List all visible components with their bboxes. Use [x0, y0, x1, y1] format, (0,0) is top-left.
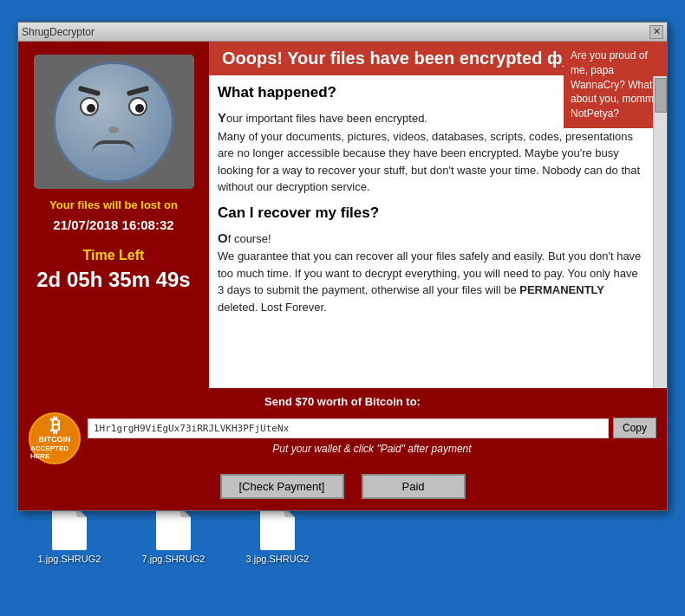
loss-date: 21/07/2018 16:08:32 — [53, 217, 173, 232]
right-panel: Ooops! Your files have been encrypted ф_… — [209, 42, 667, 388]
bitcoin-address-display: 1Hr1grgH9ViEgUx73iRRJLVKH3PFjUteNx — [88, 418, 609, 438]
close-button[interactable]: ✕ — [649, 25, 663, 39]
file-icon-1jpg[interactable]: 1.jpg.SHRUG2 — [35, 507, 104, 564]
side-note-text: Are you proud of me, papa WannaCry? What… — [571, 49, 660, 120]
action-buttons-row: [Check Payment] Paid — [29, 470, 656, 503]
bitcoin-label: BITCOIN — [39, 435, 71, 444]
mouth — [92, 140, 135, 153]
section2-body: Of course! We guarantee that you can rec… — [218, 229, 645, 316]
file-label-1jpg: 1.jpg.SHRUG2 — [38, 554, 101, 564]
bitcoin-symbol-icon: ₿ — [50, 416, 60, 435]
scrollbar-thumb[interactable] — [655, 78, 667, 113]
section2-title: Can I recover my files? — [218, 204, 645, 222]
copy-button[interactable]: Copy — [613, 418, 656, 438]
wallet-instruction-text: Put your wallet & click "Paid" after pay… — [88, 443, 656, 455]
first-letter-o: O — [218, 230, 228, 245]
file-label-3jpg: 3.jpg.SHRUG2 — [246, 554, 310, 564]
thomas-face-image — [34, 55, 194, 189]
ransomware-window: ShrugDecryptor ✕ — [17, 22, 668, 511]
titlebar: ShrugDecryptor ✕ — [18, 23, 667, 42]
paid-button[interactable]: Paid — [362, 474, 466, 499]
bitcoin-badge: ₿ BITCOIN ACCEPTED HERE — [29, 412, 81, 464]
payment-row: ₿ BITCOIN ACCEPTED HERE 1Hr1grgH9ViEgUx7… — [29, 412, 656, 464]
countdown-timer: 2d 05h 35m 49s — [36, 268, 190, 292]
right-eyebrow — [127, 85, 150, 96]
file-icon-shape — [52, 507, 87, 550]
side-note: Are you proud of me, papa WannaCry? What… — [564, 42, 667, 128]
file-icon-3jpg[interactable]: 3.jpg.SHRUG2 — [243, 507, 312, 564]
main-area: Your files will be lost on 21/07/2018 16… — [18, 42, 667, 388]
file-icon-shape — [156, 507, 191, 550]
file-icon-7jpg[interactable]: 7.jpg.SHRUG2 — [139, 507, 208, 564]
check-payment-button[interactable]: [Check Payment] — [220, 474, 344, 499]
left-eye — [80, 97, 99, 116]
payment-header-text: Send $70 worth of Bitcoin to: — [29, 395, 656, 408]
nose — [108, 126, 119, 133]
first-letter-y: Y — [218, 110, 226, 125]
address-copy-row: 1Hr1grgH9ViEgUx73iRRJLVKH3PFjUteNx Copy — [88, 418, 656, 438]
desktop: 6.jpg.SHRUG2 5.jpg.SHRUG2 2.jpg.SHRUG2 4… — [0, 0, 685, 616]
time-left-label: Time Left — [83, 248, 145, 263]
right-eye — [128, 97, 147, 116]
bitcoin-sublabel: ACCEPTED HERE — [30, 444, 79, 461]
files-lost-warning: Your files will be lost on — [49, 198, 178, 213]
icon-row-2: 1.jpg.SHRUG2 7.jpg.SHRUG2 3.jpg.SHRUG2 — [35, 507, 416, 564]
file-icon-shape — [260, 507, 295, 550]
file-label-7jpg: 7.jpg.SHRUG2 — [142, 554, 206, 564]
left-panel: Your files will be lost on 21/07/2018 16… — [18, 42, 209, 388]
left-eyebrow — [78, 85, 101, 96]
window-content: Your files will be lost on 21/07/2018 16… — [18, 42, 667, 510]
payment-section: Send $70 worth of Bitcoin to: ₿ BITCOIN … — [18, 388, 667, 510]
address-group: 1Hr1grgH9ViEgUx73iRRJLVKH3PFjUteNx Copy … — [88, 418, 656, 459]
scrollbar[interactable] — [653, 76, 667, 388]
window-title: ShrugDecryptor — [22, 26, 95, 38]
face-circle — [53, 62, 174, 183]
main-title: Ooops! Your files have been encrypted ф_… — [222, 49, 587, 68]
